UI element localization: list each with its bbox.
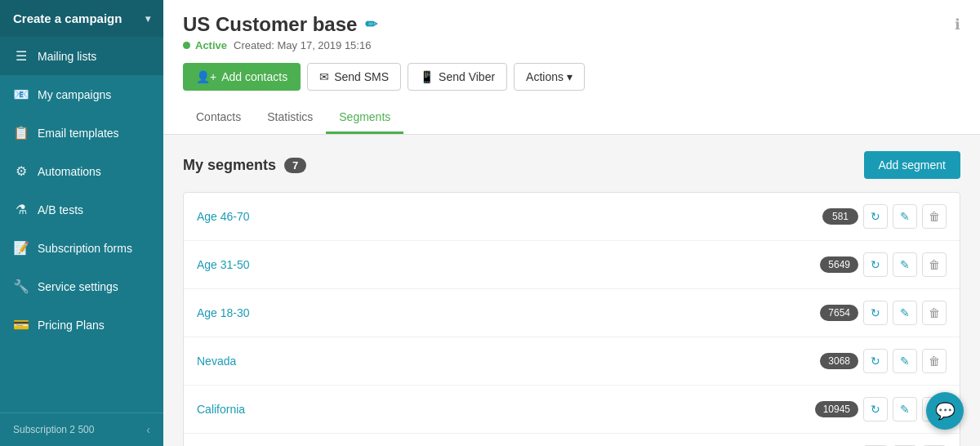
segment-refresh-button[interactable]: ↻ — [863, 204, 888, 229]
segment-edit-button[interactable]: ✎ — [893, 252, 917, 277]
segment-delete-button[interactable]: 🗑 — [922, 301, 947, 325]
segment-name[interactable]: Age 46-70 — [197, 210, 250, 223]
main-header: US Customer base ✏ ℹ Active Created: May… — [163, 0, 980, 135]
service-settings-icon: 🔧 — [13, 279, 29, 294]
segment-edit-button[interactable]: ✎ — [893, 397, 917, 421]
segment-row: California 10945 ↻ ✎ 🗑 — [184, 386, 960, 434]
segment-actions: 581 ↻ ✎ 🗑 — [822, 204, 947, 229]
tab-statistics[interactable]: Statistics — [254, 102, 326, 134]
segment-edit-button[interactable]: ✎ — [893, 301, 917, 325]
segment-row: Age 31-50 5649 ↻ ✎ 🗑 — [184, 241, 960, 289]
chat-icon: 💬 — [935, 401, 956, 421]
segment-delete-button[interactable]: 🗑 — [922, 349, 947, 373]
sidebar-item-subscription-forms[interactable]: 📝 Subscription forms — [0, 229, 163, 267]
viber-icon: 📱 — [420, 70, 434, 83]
sidebar-nav: ☰ Mailing lists 📧 My campaigns 📋 Email t… — [0, 37, 163, 413]
send-viber-label: Send Viber — [439, 70, 495, 83]
tab-contacts[interactable]: Contacts — [183, 102, 254, 134]
segment-refresh-button[interactable]: ↻ — [863, 252, 888, 277]
add-contacts-icon: 👤+ — [196, 70, 216, 83]
actions-label: Actions — [526, 70, 564, 83]
sidebar-item-pricing-plans[interactable]: 💳 Pricing Plans — [0, 306, 163, 344]
segment-refresh-button[interactable]: ↻ — [863, 301, 888, 325]
email-templates-icon: 📋 — [13, 125, 29, 140]
segment-count: 5649 — [820, 256, 858, 273]
segment-row: Women 12640 ↻ ✎ 🗑 — [184, 434, 960, 446]
main-content: US Customer base ✏ ℹ Active Created: May… — [163, 0, 980, 446]
chat-support-button[interactable]: 💬 — [926, 392, 964, 430]
segment-edit-button[interactable]: ✎ — [893, 204, 917, 229]
sidebar-item-ab-tests[interactable]: ⚗ A/B tests — [0, 190, 163, 229]
status-row: Active Created: May 17, 2019 15:16 — [183, 39, 960, 51]
segment-count: 3068 — [820, 353, 858, 369]
segments-header: My segments 7 Add segment — [183, 151, 960, 179]
collapse-sidebar-button[interactable]: ‹ — [146, 423, 150, 436]
mailing-lists-icon: ☰ — [13, 48, 29, 64]
segment-count: 7654 — [820, 305, 858, 321]
segment-name[interactable]: Age 18-30 — [197, 306, 250, 319]
created-label: Created: May 17, 2019 15:16 — [234, 39, 371, 51]
action-bar: 👤+ Add contacts ✉ Send SMS 📱 Send Viber … — [183, 63, 960, 91]
sidebar-item-label-service-settings: Service settings — [38, 280, 118, 293]
sidebar-item-label-automations: Automations — [38, 165, 101, 178]
segments-count-badge: 7 — [284, 158, 306, 173]
edit-title-icon[interactable]: ✏ — [365, 16, 377, 33]
automations-icon: ⚙ — [13, 163, 29, 179]
segment-actions: 5649 ↻ ✎ 🗑 — [820, 252, 947, 277]
sidebar-item-label-mailing-lists: Mailing lists — [38, 50, 96, 63]
segment-actions: 3068 ↻ ✎ 🗑 — [820, 349, 947, 373]
actions-dropdown-icon: ▾ — [567, 70, 572, 83]
send-viber-button[interactable]: 📱 Send Viber — [408, 63, 507, 91]
segment-name[interactable]: Nevada — [197, 355, 236, 368]
sidebar-item-my-campaigns[interactable]: 📧 My campaigns — [0, 75, 163, 114]
segment-refresh-button[interactable]: ↻ — [863, 397, 888, 421]
sidebar-item-label-pricing-plans: Pricing Plans — [38, 319, 105, 332]
segments-title-text: My segments — [183, 157, 276, 174]
sidebar-item-label-email-templates: Email templates — [38, 127, 119, 140]
segment-count: 581 — [822, 208, 858, 225]
sidebar-item-email-templates[interactable]: 📋 Email templates — [0, 114, 163, 152]
content-area: My segments 7 Add segment Age 46-70 581 … — [163, 135, 980, 446]
sidebar-item-label-my-campaigns: My campaigns — [38, 88, 111, 101]
segment-delete-button[interactable]: 🗑 — [922, 204, 947, 229]
page-title-row: US Customer base ✏ — [183, 13, 377, 36]
sidebar-item-label-subscription-forms: Subscription forms — [38, 242, 132, 255]
segment-actions: 7654 ↻ ✎ 🗑 — [820, 301, 947, 325]
segment-refresh-button[interactable]: ↻ — [863, 349, 888, 373]
segment-name[interactable]: California — [197, 403, 245, 416]
segment-count: 10945 — [815, 401, 858, 417]
actions-dropdown-button[interactable]: Actions ▾ — [514, 63, 585, 91]
segment-edit-button[interactable]: ✎ — [893, 349, 917, 373]
send-sms-button[interactable]: ✉ Send SMS — [307, 63, 401, 91]
pricing-plans-icon: 💳 — [13, 317, 29, 332]
segment-name[interactable]: Age 31-50 — [197, 258, 250, 271]
create-campaign-button[interactable]: Create a campaign ▾ — [0, 0, 163, 37]
status-label: Active — [195, 39, 227, 51]
segment-row: Nevada 3068 ↻ ✎ 🗑 — [184, 337, 960, 386]
dropdown-arrow-icon: ▾ — [145, 13, 150, 25]
sms-icon: ✉ — [319, 70, 329, 83]
segment-delete-button[interactable]: 🗑 — [922, 252, 947, 277]
segment-row: Age 46-70 581 ↻ ✎ 🗑 — [184, 193, 960, 241]
segments-title: My segments 7 — [183, 157, 306, 174]
sidebar-item-automations[interactable]: ⚙ Automations — [0, 152, 163, 190]
tab-segments[interactable]: Segments — [326, 102, 403, 134]
add-segment-button[interactable]: Add segment — [864, 151, 961, 179]
my-campaigns-icon: 📧 — [13, 87, 29, 102]
sidebar-footer: Subscription 2 500 ‹ — [0, 413, 163, 446]
page-title: US Customer base — [183, 13, 357, 36]
sidebar: Create a campaign ▾ ☰ Mailing lists 📧 My… — [0, 0, 163, 446]
sidebar-item-service-settings[interactable]: 🔧 Service settings — [0, 267, 163, 306]
sidebar-item-mailing-lists[interactable]: ☰ Mailing lists — [0, 37, 163, 75]
add-contacts-button[interactable]: 👤+ Add contacts — [183, 63, 301, 91]
add-contacts-label: Add contacts — [221, 70, 287, 83]
segment-row: Age 18-30 7654 ↻ ✎ 🗑 — [184, 289, 960, 337]
send-sms-label: Send SMS — [334, 70, 389, 83]
active-status-dot — [183, 42, 190, 49]
tabs: ContactsStatisticsSegments — [183, 102, 960, 134]
subscription-label: Subscription 2 500 — [13, 424, 94, 435]
ab-tests-icon: ⚗ — [13, 202, 29, 217]
segment-list: Age 46-70 581 ↻ ✎ 🗑 Age 31-50 5649 ↻ ✎ 🗑… — [183, 192, 960, 446]
subscription-forms-icon: 📝 — [13, 240, 29, 256]
info-icon[interactable]: ℹ — [955, 16, 960, 33]
